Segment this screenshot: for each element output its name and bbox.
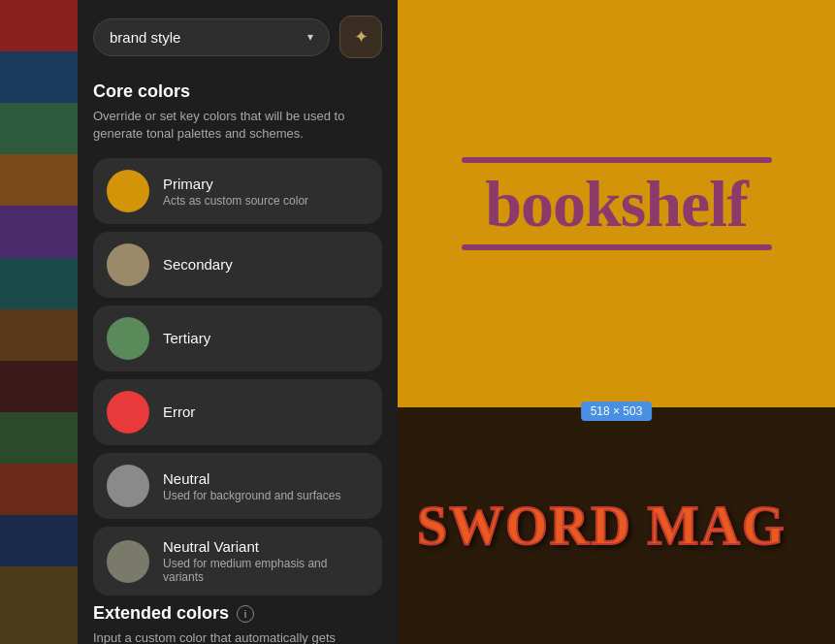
logo-bottom-line	[462, 244, 772, 250]
color-panel: brand style ▾ ✦ Core colors Override or …	[78, 0, 398, 644]
extended-colors-header: Extended colors i	[93, 603, 382, 624]
error-color-row[interactable]: Error	[93, 379, 382, 445]
tertiary-swatch	[107, 317, 149, 360]
core-colors-description: Override or set key colors that will be …	[93, 108, 382, 143]
neutral-variant-name: Neutral Variant	[163, 538, 369, 555]
dark-preview: SWORD MAG	[398, 407, 835, 644]
secondary-color-row[interactable]: Secondary	[93, 232, 382, 298]
tertiary-name: Tertiary	[163, 330, 210, 346]
sword-mage-text: SWORD MAG	[417, 495, 786, 557]
neutral-variant-swatch	[107, 540, 149, 583]
brand-select-label: brand style	[110, 29, 180, 46]
neutral-name: Neutral	[163, 470, 340, 487]
golden-preview: bookshelf 518 × 503	[398, 0, 835, 407]
primary-info: Primary Acts as custom source color	[163, 176, 308, 208]
info-icon[interactable]: i	[237, 605, 254, 623]
magic-wand-icon: ✦	[354, 26, 369, 48]
extended-colors-description: Input a custom color that automatically …	[93, 629, 382, 644]
secondary-name: Secondary	[163, 256, 233, 273]
chevron-down-icon: ▾	[307, 30, 313, 44]
neutral-variant-color-row[interactable]: Neutral Variant Used for medium emphasis…	[93, 527, 382, 596]
tertiary-info: Tertiary	[163, 330, 210, 348]
bookshelf-strip	[0, 0, 78, 644]
neutral-info: Neutral Used for background and surfaces	[163, 470, 340, 502]
bookshelf-logo: bookshelf	[462, 157, 772, 250]
secondary-swatch	[107, 243, 149, 286]
brand-style-select[interactable]: brand style ▾	[93, 18, 330, 56]
error-swatch	[107, 391, 149, 434]
error-name: Error	[163, 403, 195, 420]
bookshelf-image	[0, 0, 78, 644]
error-info: Error	[163, 403, 195, 422]
neutral-variant-info: Neutral Variant Used for medium emphasis…	[163, 538, 369, 584]
primary-name: Primary	[163, 176, 308, 192]
magic-button[interactable]: ✦	[339, 16, 382, 58]
core-colors-title: Core colors	[93, 81, 382, 102]
logo-top-line	[462, 157, 772, 163]
secondary-info: Secondary	[163, 256, 233, 274]
neutral-color-row[interactable]: Neutral Used for background and surfaces	[93, 453, 382, 519]
neutral-desc: Used for background and surfaces	[163, 489, 340, 502]
primary-color-row[interactable]: Primary Acts as custom source color	[93, 158, 382, 224]
bookshelf-logo-text: bookshelf	[485, 171, 748, 237]
primary-desc: Acts as custom source color	[163, 194, 308, 208]
tertiary-color-row[interactable]: Tertiary	[93, 306, 382, 371]
content-area: bookshelf 518 × 503 SWORD MAG	[398, 0, 835, 644]
primary-swatch	[107, 170, 149, 212]
neutral-swatch	[107, 465, 149, 507]
extended-colors-title: Extended colors	[93, 603, 229, 624]
size-badge: 518 × 503	[581, 402, 653, 421]
toolbar: brand style ▾ ✦	[93, 16, 382, 58]
neutral-variant-desc: Used for medium emphasis and variants	[163, 557, 369, 584]
